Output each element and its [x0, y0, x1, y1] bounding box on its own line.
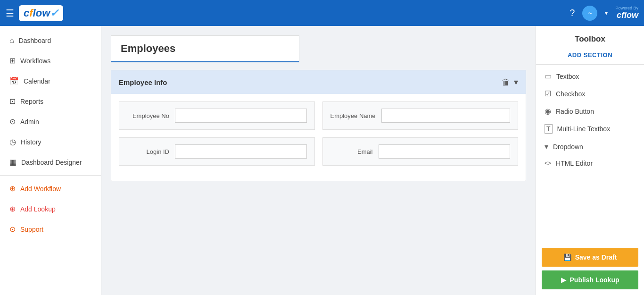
sidebar-item-dashboard[interactable]: ⌂ Dashboard	[0, 31, 101, 51]
publish-label: Publish Lookup	[570, 276, 619, 284]
toolbox-item-html-editor[interactable]: <> HTML Editor	[536, 155, 644, 171]
section-delete-button[interactable]: 🗑	[502, 77, 510, 87]
toolbox-item-multi-line[interactable]: T Multi-Line Textbox	[536, 120, 644, 138]
dropdown-icon: ▾	[545, 142, 548, 151]
section-title: Employee Info	[119, 78, 167, 86]
help-icon[interactable]: ?	[570, 8, 575, 18]
label-employee-name: Employee Name	[330, 112, 376, 119]
save-icon: 💾	[563, 253, 571, 261]
publish-icon: ▶	[561, 276, 566, 284]
toolbox-label-dropdown: Dropdown	[553, 143, 583, 151]
save-as-draft-button[interactable]: 💾 Save as Draft	[542, 248, 638, 267]
admin-icon: ⊙	[9, 117, 16, 126]
sidebar-item-support[interactable]: ⊙ Support	[0, 219, 101, 239]
sidebar-divider	[0, 175, 101, 176]
sidebar-label-calendar: Calendar	[24, 77, 50, 85]
support-icon: ⊙	[9, 225, 16, 234]
page-title: Employees	[111, 35, 299, 62]
section-body: Employee No Employee Name Login ID	[111, 94, 526, 181]
field-login-id: Login ID	[119, 137, 315, 166]
textbox-icon: ▭	[545, 72, 552, 81]
header-left: ☰ cflow✓	[6, 5, 63, 21]
powered-by-text: Powered By	[615, 6, 638, 10]
html-editor-icon: <>	[545, 160, 551, 167]
header-right: ? ~ ▾ Powered By cflow	[570, 6, 638, 21]
sidebar-item-reports[interactable]: ⊡ Reports	[0, 91, 101, 111]
toolbox-item-radio-button[interactable]: ◉ Radio Button	[536, 102, 644, 120]
toolbox-item-checkbox[interactable]: ☑ Checkbox	[536, 85, 644, 102]
menu-icon[interactable]: ☰	[6, 8, 14, 19]
sidebar-label-add-workflow: Add Workflow	[20, 185, 61, 193]
add-workflow-icon: ⊕	[9, 184, 16, 193]
employee-info-section: Employee Info 🗑 ▾ Employee No Employee N…	[111, 70, 526, 181]
content-area: Employees Employee Info 🗑 ▾ Employee No	[101, 26, 536, 295]
section-collapse-button[interactable]: ▾	[514, 77, 518, 87]
sidebar-label-support: Support	[20, 226, 43, 233]
history-icon: ◷	[9, 137, 16, 146]
toolbox-item-textbox[interactable]: ▭ Textbox	[536, 67, 644, 85]
dashboard-icon: ⌂	[9, 36, 14, 45]
calendar-icon: 📅	[9, 76, 19, 85]
sidebar-label-dashboard: Dashboard	[19, 37, 51, 44]
sidebar-item-dashboard-designer[interactable]: ▦ Dashboard Designer	[0, 152, 101, 172]
sidebar-item-add-workflow[interactable]: ⊕ Add Workflow	[0, 178, 101, 199]
save-draft-label: Save as Draft	[575, 253, 617, 261]
field-employee-name: Employee Name	[322, 101, 519, 130]
add-section-button[interactable]: ADD SECTION	[536, 49, 644, 65]
sidebar-label-workflows: Workflows	[20, 57, 50, 65]
field-email: Email	[322, 137, 519, 166]
toolbox-actions: 💾 Save as Draft ▶ Publish Lookup	[536, 242, 644, 295]
toolbox-list: ▭ Textbox ☑ Checkbox ◉ Radio Button T Mu…	[536, 65, 644, 242]
powered-logo: Powered By cflow	[615, 6, 638, 20]
sidebar-item-admin[interactable]: ⊙ Admin	[0, 111, 101, 132]
label-login-id: Login ID	[127, 148, 169, 155]
multi-line-icon: T	[545, 124, 553, 134]
radio-button-icon: ◉	[545, 107, 551, 116]
form-row-1: Employee No Employee Name	[119, 101, 518, 130]
powered-name-text: cflow	[617, 10, 638, 20]
sidebar-item-workflows[interactable]: ⊞ Workflows	[0, 51, 101, 71]
checkbox-icon: ☑	[545, 89, 551, 98]
toolbox-label-radio-button: Radio Button	[556, 108, 594, 115]
section-header: Employee Info 🗑 ▾	[111, 70, 526, 94]
sidebar-item-add-lookup[interactable]: ⊕ Add Lookup	[0, 199, 101, 219]
toolbox-item-dropdown[interactable]: ▾ Dropdown	[536, 138, 644, 155]
reports-icon: ⊡	[9, 97, 16, 106]
app-header: ☰ cflow✓ ? ~ ▾ Powered By cflow	[0, 0, 644, 26]
sidebar-label-add-lookup: Add Lookup	[20, 205, 56, 213]
sidebar-label-admin: Admin	[20, 118, 39, 126]
avatar-caret-icon[interactable]: ▾	[605, 10, 608, 17]
field-employee-no: Employee No	[119, 101, 315, 130]
sidebar-label-history: History	[21, 138, 41, 146]
logo-text: cflow✓	[24, 7, 58, 19]
dashboard-designer-icon: ▦	[9, 158, 17, 167]
sidebar: ⌂ Dashboard ⊞ Workflows 📅 Calendar ⊡ Rep…	[0, 26, 101, 295]
input-login-id[interactable]	[175, 144, 307, 159]
toolbox-label-checkbox: Checkbox	[556, 90, 585, 98]
avatar[interactable]: ~	[582, 6, 597, 21]
toolbox-label-multi-line: Multi-Line Textbox	[557, 125, 611, 133]
input-employee-no[interactable]	[175, 109, 307, 123]
main-layout: ⌂ Dashboard ⊞ Workflows 📅 Calendar ⊡ Rep…	[0, 26, 644, 295]
toolbox-panel: Toolbox ADD SECTION ▭ Textbox ☑ Checkbox…	[536, 26, 644, 295]
toolbox-title: Toolbox	[536, 26, 644, 49]
sidebar-label-reports: Reports	[20, 98, 43, 105]
section-actions: 🗑 ▾	[502, 77, 518, 87]
toolbox-label-textbox: Textbox	[556, 73, 579, 80]
form-row-2: Login ID Email	[119, 137, 518, 166]
sidebar-item-calendar[interactable]: 📅 Calendar	[0, 71, 101, 91]
input-email[interactable]	[379, 144, 511, 159]
sidebar-label-dashboard-designer: Dashboard Designer	[21, 159, 82, 166]
workflows-icon: ⊞	[9, 56, 16, 65]
logo: cflow✓	[19, 5, 63, 21]
label-employee-no: Employee No	[127, 112, 169, 119]
sidebar-item-history[interactable]: ◷ History	[0, 132, 101, 152]
add-lookup-icon: ⊕	[9, 204, 16, 213]
input-employee-name[interactable]	[381, 109, 510, 123]
publish-lookup-button[interactable]: ▶ Publish Lookup	[542, 270, 638, 289]
label-email: Email	[330, 148, 373, 155]
toolbox-label-html-editor: HTML Editor	[556, 160, 593, 167]
